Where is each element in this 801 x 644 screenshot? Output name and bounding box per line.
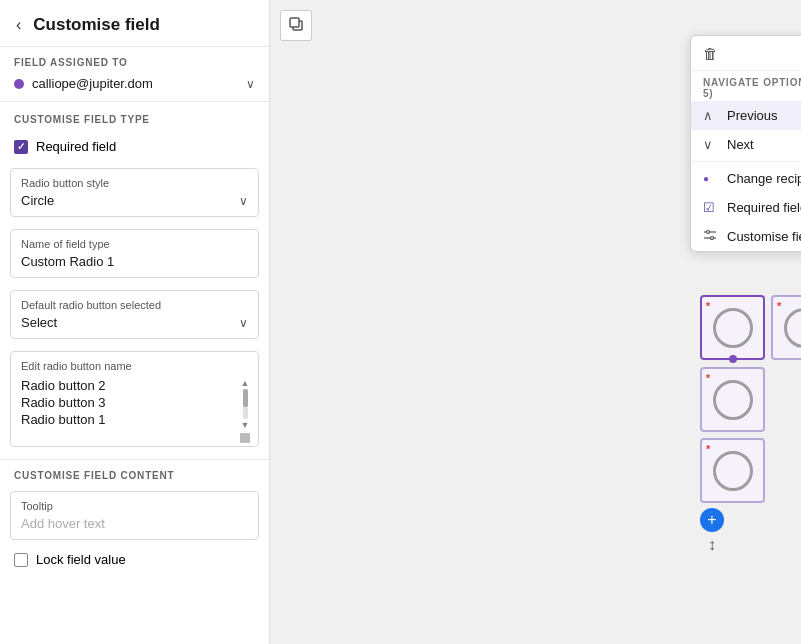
asterisk-5: * (706, 443, 710, 455)
list-item: Radio button 2 (21, 378, 248, 393)
radio-circle-5 (713, 451, 753, 491)
panel-title: Customise field (33, 15, 160, 35)
floating-menu: 🗑 • • • NAVIGATE OPTIONS (3 OF 5) ∧ Prev… (690, 35, 801, 252)
menu-item-previous[interactable]: ∧ Previous (691, 101, 801, 130)
radio-cell-1[interactable]: * (700, 295, 765, 360)
field-name-label: Name of field type (21, 238, 248, 250)
default-radio-value: Select (21, 315, 57, 330)
scroll-track (243, 389, 248, 419)
asterisk-2: * (777, 300, 781, 312)
customise-field-label: Customise field (727, 229, 801, 244)
list-item: Radio button 1 (21, 412, 248, 427)
required-label: Required field (36, 139, 116, 154)
chevron-down-icon: ∨ (703, 137, 719, 152)
field-assigned-to-label: FIELD ASSIGNED TO (0, 47, 269, 72)
panel-header: ‹ Customise field (0, 0, 269, 47)
checkbox-icon: ☑ (703, 200, 719, 215)
radio-row-3: * (700, 438, 765, 503)
customise-type-section: CUSTOMISE FIELD TYPE (0, 104, 269, 133)
nav-label: NAVIGATE OPTIONS (3 OF 5) (691, 71, 801, 101)
radio-style-value-row[interactable]: Circle ∨ (21, 193, 248, 208)
copy-button[interactable] (280, 10, 312, 41)
back-button[interactable]: ‹ (12, 14, 25, 36)
menu-top-row: 🗑 • • • (691, 36, 801, 71)
menu-item-change-recipients[interactable]: ● Change recipients › (691, 164, 801, 193)
menu-item-required-field[interactable]: ☑ Required field (691, 193, 801, 222)
radio-style-label: Radio button style (21, 177, 248, 189)
asterisk-1: * (706, 300, 710, 312)
left-panel: ‹ Customise field FIELD ASSIGNED TO call… (0, 0, 270, 644)
main-area: 🗑 • • • NAVIGATE OPTIONS (3 OF 5) ∧ Prev… (270, 0, 801, 644)
default-radio-value-row[interactable]: Select ∨ (21, 315, 248, 330)
separator-1 (0, 101, 269, 102)
lock-field-row[interactable]: Lock field value (0, 546, 269, 577)
menu-divider-1 (691, 161, 801, 162)
required-field-row[interactable]: ✓ Required field (0, 133, 269, 162)
radio-circle-4 (713, 380, 753, 420)
required-field-label: Required field (727, 200, 801, 215)
email-arrow: ∨ (246, 77, 255, 91)
radio-row-1: * * * + ↔ (700, 295, 801, 360)
field-name-value: Custom Radio 1 (21, 254, 248, 269)
svg-point-3 (707, 231, 710, 234)
sliders-icon (703, 229, 719, 244)
circle-icon: ● (703, 173, 719, 184)
menu-item-customise-field[interactable]: Customise field (691, 222, 801, 251)
radio-circle-1 (713, 308, 753, 348)
radio-list-card: Edit radio button name Radio button 2 Ra… (10, 351, 259, 447)
radio-list-label: Edit radio button name (21, 360, 248, 372)
resize-handle[interactable] (240, 433, 250, 443)
lock-checkbox[interactable] (14, 553, 28, 567)
email-dropdown-row[interactable]: calliope@jupiter.dom ∨ (0, 72, 269, 99)
scroll-up-btn[interactable]: ▲ (241, 378, 250, 388)
previous-label: Previous (727, 108, 778, 123)
lock-label: Lock field value (36, 552, 126, 567)
field-name-card: Name of field type Custom Radio 1 (10, 229, 259, 278)
default-radio-label: Default radio button selected (21, 299, 248, 311)
change-recipients-label: Change recipients (727, 171, 801, 186)
chevron-up-icon: ∧ (703, 108, 719, 123)
customise-type-label: CUSTOMISE FIELD TYPE (14, 110, 255, 129)
dot-icon (14, 79, 24, 89)
required-checkbox[interactable]: ✓ (14, 140, 28, 154)
trash-icon[interactable]: 🗑 (703, 45, 718, 62)
radio-cell-5[interactable]: * (700, 438, 765, 503)
check-mark: ✓ (17, 141, 25, 152)
tooltip-card: Tooltip Add hover text (10, 491, 259, 540)
default-radio-arrow: ∨ (239, 316, 248, 330)
radio-items-list: Radio button 2 Radio button 3 Radio butt… (21, 378, 248, 438)
resize-vertical-icon[interactable]: ↕ (708, 536, 716, 554)
content-section-label: CUSTOMISE FIELD CONTENT (0, 459, 269, 485)
email-value: calliope@jupiter.dom (32, 76, 153, 91)
list-item: Radio button 3 (21, 395, 248, 410)
selection-dot-1 (729, 355, 737, 363)
next-label: Next (727, 137, 754, 152)
email-dropdown[interactable]: calliope@jupiter.dom ∨ (32, 76, 255, 91)
add-row-section: + ↕ (700, 508, 724, 554)
default-radio-card: Default radio button selected Select ∨ (10, 290, 259, 339)
svg-rect-1 (290, 18, 299, 27)
scroll-down-btn[interactable]: ▼ (241, 420, 250, 430)
radio-style-card: Radio button style Circle ∨ (10, 168, 259, 217)
tooltip-placeholder[interactable]: Add hover text (21, 516, 248, 531)
radio-circle-2 (784, 308, 802, 348)
radio-cell-2[interactable]: * (771, 295, 801, 360)
svg-point-5 (711, 237, 714, 240)
radio-cell-4[interactable]: * (700, 367, 765, 432)
menu-item-next[interactable]: ∨ Next (691, 130, 801, 159)
tooltip-label: Tooltip (21, 500, 248, 512)
radio-style-value: Circle (21, 193, 54, 208)
radio-list-container: Radio button 2 Radio button 3 Radio butt… (21, 378, 248, 438)
add-row-button[interactable]: + (700, 508, 724, 532)
radio-row-2: * (700, 367, 765, 432)
asterisk-4: * (706, 372, 710, 384)
radio-style-arrow: ∨ (239, 194, 248, 208)
scrollbar[interactable]: ▲ ▼ (240, 378, 250, 443)
scroll-thumb (243, 389, 248, 407)
